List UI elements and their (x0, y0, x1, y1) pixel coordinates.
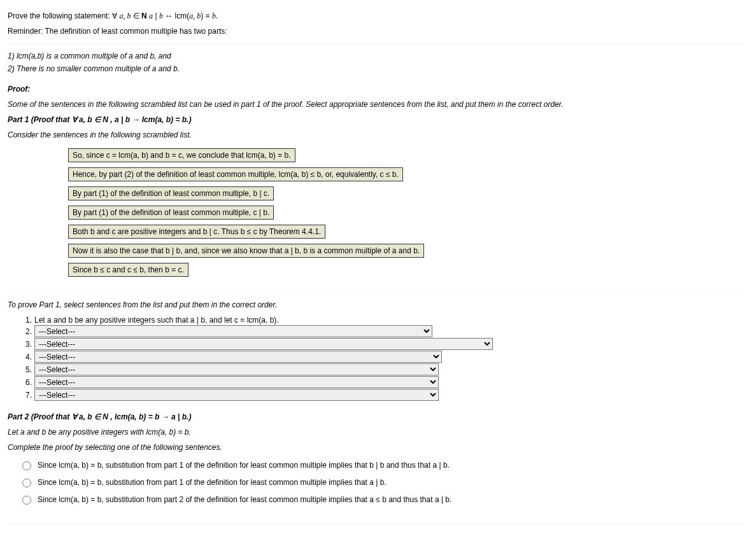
definition-line-2: 2) There is no smaller common multiple o… (8, 63, 744, 74)
divider (8, 524, 744, 524)
radio-options: Since lcm(a, b) = b, substitution from p… (19, 459, 744, 505)
radio-option-2[interactable] (22, 479, 31, 487)
scrambled-item: By part (1) of the definition of least c… (68, 186, 274, 200)
step-5-select[interactable]: ---Select--- (34, 363, 439, 375)
scrambled-item: Hence, by part (2) of the definition of … (68, 167, 403, 181)
step-3-select[interactable]: ---Select--- (34, 338, 493, 350)
part2-let: Let a and b be any positive integers wit… (8, 426, 744, 438)
definition-line-1: 1) lcm(a,b) is a common multiple of a an… (8, 50, 744, 62)
scramble-intro: Some of the sentences in the following s… (8, 99, 744, 110)
step-number: 5. (20, 365, 32, 374)
radio-option-1[interactable] (22, 461, 31, 470)
reminder-text: Reminder: The definition of least common… (8, 25, 744, 37)
step-number: 2. (20, 327, 32, 336)
step-2-select[interactable]: ---Select--- (34, 325, 432, 337)
consider-text: Consider the sentences in the following … (8, 129, 744, 141)
scrambled-item: By part (1) of the definition of least c… (68, 206, 274, 220)
step-number: 4. (20, 353, 32, 361)
step-number: 6. (20, 378, 32, 387)
prove-statement: Prove the following statement: ∀ a, b ∈ … (8, 10, 744, 22)
divider (8, 293, 744, 294)
divider (8, 43, 744, 44)
scrambled-item: Now it is also the case that b | b, and,… (68, 244, 424, 258)
step-number: 3. (20, 340, 32, 349)
step-1-text: Let a and b be any positive integers suc… (34, 316, 279, 325)
radio-label: Since lcm(a, b) = b, substitution from p… (38, 495, 451, 504)
scrambled-list: So, since c = lcm(a, b) and b = c, we co… (68, 146, 744, 279)
part2-heading: Part 2 (Proof that ∀ a, b ∈ N , lcm(a, b… (8, 411, 744, 423)
step-7-select[interactable]: ---Select--- (34, 389, 439, 401)
proof-order-list: 1. Let a and b be any positive integers … (20, 316, 744, 401)
order-intro: To prove Part 1, select sentences from t… (8, 299, 744, 311)
scrambled-item: Both b and c are positive integers and b… (68, 225, 325, 239)
step-number: 7. (20, 391, 32, 400)
radio-label: Since lcm(a, b) = b, substitution from p… (38, 461, 450, 470)
scrambled-item: So, since c = lcm(a, b) and b = c, we co… (68, 148, 295, 162)
radio-option-3[interactable] (22, 496, 31, 505)
part1-heading: Part 1 (Proof that ∀ a, b ∈ N , a | b → … (8, 114, 744, 125)
step-6-select[interactable]: ---Select--- (34, 376, 439, 388)
scrambled-item: Since b ≤ c and c ≤ b, then b = c. (68, 263, 188, 277)
step-4-select[interactable]: ---Select--- (34, 351, 442, 363)
part2-complete: Complete the proof by selecting one of t… (8, 442, 744, 453)
radio-label: Since lcm(a, b) = b, substitution from p… (38, 478, 387, 487)
step-number: 1. (20, 316, 32, 325)
proof-label: Proof: (8, 83, 744, 95)
